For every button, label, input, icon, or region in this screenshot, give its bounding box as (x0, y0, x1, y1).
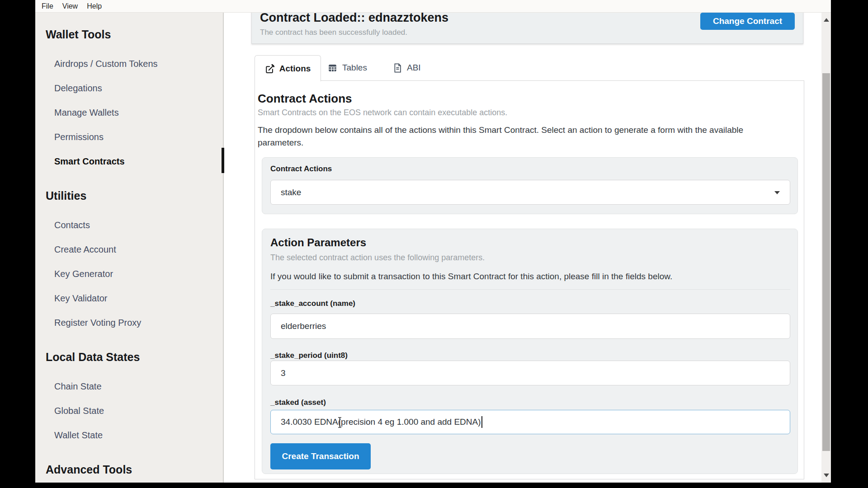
sidebar-item-delegations[interactable]: Delegations (54, 83, 223, 94)
contract-actions-panel: Contract Actions stake (262, 157, 798, 214)
divider (270, 289, 790, 290)
contract-loaded-title: Contract Loaded:: ednazztokens (260, 11, 448, 25)
sidebar-item-airdrops[interactable]: Airdrops / Custom Tokens (54, 58, 223, 69)
file-icon (393, 63, 402, 73)
menu-help[interactable]: Help (84, 0, 105, 12)
sidebar-item-smart-contracts[interactable]: Smart Contracts (54, 156, 223, 167)
chevron-down-icon (774, 191, 780, 194)
change-contract-button[interactable]: Change Contract (700, 13, 795, 30)
stake-period-value: 3 (281, 368, 286, 378)
sidebar-item-key-generator[interactable]: Key Generator (54, 268, 223, 279)
sidebar-item-global-state[interactable]: Global State (54, 405, 223, 416)
tab-tables[interactable]: Tables (328, 59, 367, 77)
sidebar: Wallet Tools Airdrops / Custom Tokens De… (35, 13, 224, 483)
tab-actions-label: Actions (279, 64, 311, 74)
scrollbar-thumb[interactable] (822, 73, 830, 451)
action-parameters-description: If you would like to submit a transactio… (270, 270, 672, 283)
contract-actions-subheading: Smart Contracts on the EOS network can c… (258, 108, 507, 117)
menu-file[interactable]: File (38, 0, 57, 12)
tab-abi[interactable]: ABI (393, 59, 421, 77)
selected-action: stake (281, 188, 301, 197)
sidebar-item-manage-wallets[interactable]: Manage Wallets (54, 107, 223, 118)
sidebar-section-advanced-tools: Advanced Tools (46, 463, 223, 476)
staked-asset-input[interactable]: 34.0030 EDNA(precision 4 eg 1.000 and ad… (270, 410, 790, 434)
staked-asset-label: _staked (asset) (270, 398, 326, 407)
sidebar-item-chain-state[interactable]: Chain State (54, 381, 223, 392)
triangle-down-icon (824, 474, 829, 477)
action-parameters-subheading: The selected contract action uses the fo… (270, 253, 485, 263)
sidebar-scrollbar-thumb[interactable] (222, 148, 224, 173)
action-parameters-panel: Action Parameters The selected contract … (262, 229, 798, 474)
sidebar-section-local-data-states: Local Data States (46, 350, 223, 364)
scrollbar-up-button[interactable] (821, 14, 831, 25)
sidebar-item-register-voting-proxy[interactable]: Register Voting Proxy (54, 317, 223, 328)
text-caret (481, 416, 482, 428)
tab-abi-label: ABI (407, 63, 421, 73)
contract-loaded-subtitle: The contract has been successfully loade… (260, 28, 407, 37)
create-transaction-button[interactable]: Create Transaction (270, 443, 371, 469)
scrollbar[interactable] (821, 13, 831, 483)
stake-period-label: _stake_period (uint8) (270, 351, 348, 360)
stake-account-input[interactable]: elderberries (270, 314, 790, 339)
sidebar-item-contacts[interactable]: Contacts (54, 220, 223, 230)
tab-actions[interactable]: Actions (255, 55, 321, 81)
scrollbar-down-button[interactable] (821, 470, 831, 481)
sidebar-item-wallet-state[interactable]: Wallet State (54, 430, 223, 441)
contract-actions-heading: Contract Actions (258, 92, 352, 106)
actions-tab-panel: Contract Actions Smart Contracts on the … (255, 80, 804, 479)
sidebar-section-utilities: Utilities (46, 189, 223, 202)
stake-account-label: _stake_account (name) (270, 299, 355, 308)
table-icon (328, 63, 337, 73)
stake-period-input[interactable]: 3 (270, 361, 790, 385)
staked-asset-value: 34.0030 EDNA(precision 4 eg 1.000 and ad… (281, 417, 481, 427)
menu-view[interactable]: View (59, 0, 81, 12)
stake-account-value: elderberries (281, 321, 326, 331)
ibeam-cursor (337, 417, 343, 431)
contract-actions-dropdown[interactable]: stake (270, 180, 790, 205)
action-parameters-heading: Action Parameters (270, 236, 366, 249)
sidebar-item-key-validator[interactable]: Key Validator (54, 293, 223, 304)
edit-icon (265, 64, 275, 74)
sidebar-item-permissions[interactable]: Permissions (54, 131, 223, 142)
contract-actions-description: The dropdown below contains all of the a… (258, 124, 766, 149)
sidebar-section-wallet-tools: Wallet Tools (46, 28, 223, 41)
tab-tables-label: Tables (342, 63, 367, 73)
app-window: File View Help Wallet Tools Airdrops / C… (0, 0, 868, 488)
contract-actions-dropdown-label: Contract Actions (270, 164, 332, 174)
menu-bar: File View Help (35, 0, 831, 13)
sidebar-item-create-account[interactable]: Create Account (54, 244, 223, 255)
triangle-up-icon (824, 18, 829, 22)
